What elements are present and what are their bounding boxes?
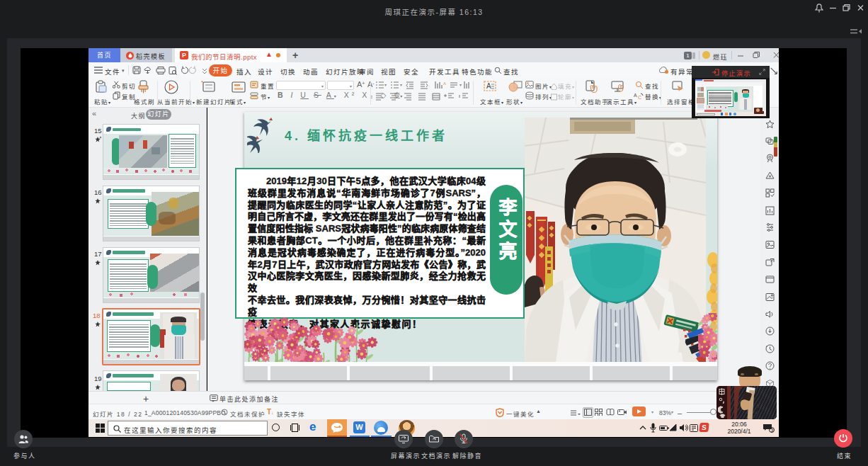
svg-text:A: A <box>634 93 637 98</box>
svg-text:A: A <box>486 82 491 90</box>
svg-text:A: A <box>443 81 446 86</box>
svg-text:C: C <box>638 95 641 100</box>
svg-text:3: 3 <box>771 428 774 433</box>
